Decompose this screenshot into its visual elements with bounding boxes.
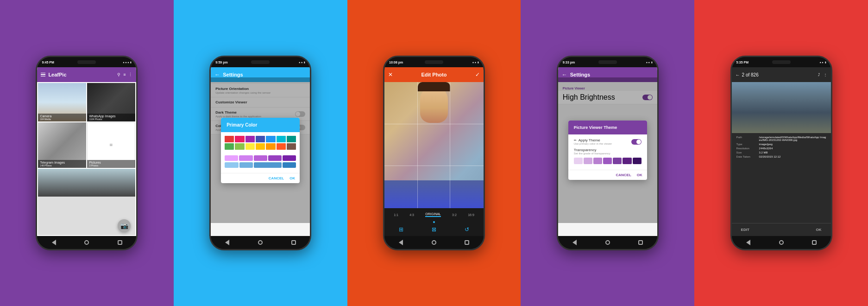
panel-gallery: 9:45 PM ▲▲▲ ▮ LeafPic ⚲ ≡ ⋮ bbox=[0, 0, 174, 306]
swatch-darkest[interactable] bbox=[633, 158, 642, 164]
info-path-row: Path /storage/emulated/0/WhatsApp/Media/… bbox=[736, 136, 826, 141]
menu-icon[interactable] bbox=[41, 73, 45, 77]
recents-button-4[interactable] bbox=[637, 239, 644, 246]
home-button-5[interactable] bbox=[778, 239, 785, 246]
crop-icon[interactable]: ⊞ bbox=[399, 226, 403, 233]
photo-bench-image bbox=[732, 82, 831, 133]
more-icon[interactable]: ⋮ bbox=[128, 72, 132, 77]
color-indigo[interactable] bbox=[256, 136, 265, 142]
color-red[interactable] bbox=[225, 136, 234, 142]
album-camera[interactable]: Camera 164 Media bbox=[38, 83, 86, 121]
rotate-icon[interactable]: ↺ bbox=[465, 226, 469, 233]
ok-button[interactable]: OK bbox=[816, 228, 822, 232]
swatch-base[interactable] bbox=[613, 158, 622, 164]
crop-4-3[interactable]: 4:3 bbox=[409, 213, 414, 217]
photo-face bbox=[420, 86, 448, 123]
color-pink[interactable] bbox=[235, 136, 244, 142]
color-cyan[interactable] bbox=[277, 136, 286, 142]
phone-3: 10:08 pm ▲▲ ▮ ✕ Edit Photo ✓ bbox=[383, 56, 485, 250]
theme-cancel-btn[interactable]: CANCEL bbox=[616, 173, 631, 177]
swatch-7[interactable] bbox=[239, 162, 253, 168]
color-green[interactable] bbox=[225, 143, 234, 150]
color-lime[interactable] bbox=[235, 143, 244, 150]
album-camera-label: Camera 164 Media bbox=[38, 114, 86, 121]
size-label: Size bbox=[736, 151, 757, 154]
swatch-5[interactable] bbox=[283, 155, 296, 161]
dialog-ok-btn[interactable]: OK bbox=[289, 176, 295, 180]
crop-16-9[interactable]: 16:9 bbox=[468, 213, 474, 217]
swatch-8[interactable] bbox=[254, 162, 281, 168]
phone-2-time: 9:59 pm bbox=[215, 61, 227, 64]
color-orange[interactable] bbox=[266, 143, 275, 150]
color-blue[interactable] bbox=[266, 136, 275, 142]
more-icon-5[interactable]: ⋮ bbox=[824, 73, 827, 77]
swatch-mid[interactable] bbox=[603, 158, 612, 164]
swatch-lighter[interactable] bbox=[584, 158, 592, 164]
swatch-light[interactable] bbox=[593, 158, 602, 164]
swatch-1[interactable] bbox=[225, 155, 238, 161]
battery-icon-2: ▮ bbox=[304, 61, 305, 64]
back-button-5[interactable] bbox=[745, 239, 751, 246]
color-teal[interactable] bbox=[287, 136, 296, 142]
recents-button-5[interactable] bbox=[811, 239, 818, 246]
home-button[interactable] bbox=[83, 239, 90, 246]
check-icon[interactable]: ✓ bbox=[475, 71, 480, 78]
info-resolution-row: Resolution 2448x3264 bbox=[736, 147, 826, 150]
swatch-2[interactable] bbox=[239, 155, 252, 161]
album-whatsapp[interactable]: WhatsApp Images 1164 Photos bbox=[87, 83, 135, 121]
theme-dialog-header: Picture Viewer Theme bbox=[568, 121, 647, 134]
filter-icon[interactable]: ≡ bbox=[123, 72, 126, 77]
album-pictures-label: Pictures 3 Photos bbox=[87, 160, 135, 168]
color-brown[interactable] bbox=[287, 143, 296, 150]
recents-button-2[interactable] bbox=[290, 239, 297, 246]
back-icon-2[interactable]: ← bbox=[214, 71, 220, 78]
swatch-6[interactable] bbox=[225, 162, 239, 168]
swatch-4[interactable] bbox=[268, 155, 282, 161]
wifi-icon-5: ▲▲ bbox=[819, 61, 824, 64]
back-button[interactable] bbox=[50, 239, 57, 246]
back-icon-4[interactable]: ← bbox=[562, 71, 567, 78]
album-telegram[interactable]: Telegram Images 148 Photos bbox=[38, 122, 86, 168]
back-icon-5[interactable]: ← bbox=[736, 72, 740, 77]
swatch-9[interactable] bbox=[283, 162, 296, 168]
home-button-2[interactable] bbox=[257, 239, 264, 246]
close-icon[interactable]: ✕ bbox=[388, 71, 393, 78]
recents-button-3[interactable] bbox=[464, 239, 470, 246]
swatch-3[interactable] bbox=[254, 155, 267, 161]
color-row-2 bbox=[225, 162, 296, 168]
color-deep-orange[interactable] bbox=[277, 143, 286, 150]
crop-1-1[interactable]: 1:1 bbox=[394, 213, 398, 217]
perspective-icon[interactable]: ⊠ bbox=[432, 226, 436, 233]
date-value: 02/20/2015 12:12 bbox=[759, 155, 826, 158]
swatch-lightest[interactable] bbox=[574, 158, 583, 164]
info-date-row: Date Taken 02/20/2015 12:12 bbox=[736, 155, 826, 158]
crop-original[interactable]: ORIGINAL bbox=[425, 212, 440, 217]
edit-button[interactable]: EDIT bbox=[741, 228, 749, 232]
dialog-overlay-2: Primary Color bbox=[211, 77, 310, 223]
theme-ok-btn[interactable]: OK bbox=[637, 173, 642, 177]
home-button-4[interactable] bbox=[604, 239, 611, 246]
crop-3-2[interactable]: 3:2 bbox=[452, 213, 457, 217]
panel-settings-color: 9:59 pm ▲▲ ▮ ← Settings Picture Orientat… bbox=[174, 0, 347, 306]
share-icon-5[interactable]: ⤴ bbox=[818, 73, 820, 77]
color-amber[interactable] bbox=[256, 143, 265, 150]
dialog-cancel-btn[interactable]: CANCEL bbox=[269, 176, 284, 180]
color-slider-area bbox=[221, 153, 300, 173]
album-partial-thumb bbox=[38, 169, 135, 197]
back-button-4[interactable] bbox=[571, 239, 578, 246]
home-button-3[interactable] bbox=[431, 239, 437, 246]
search-icon[interactable]: ⚲ bbox=[117, 72, 120, 77]
recents-button[interactable] bbox=[117, 239, 123, 246]
phone-3-status-icons: ▲▲ ▮ bbox=[472, 61, 479, 64]
album-pictures[interactable]: 🖼 Pictures 3 Photos bbox=[87, 122, 135, 168]
color-purple-deep[interactable] bbox=[245, 136, 255, 142]
phone-4: 9:33 pm ▲▲ ▮ ← Settings Picture Viewer H… bbox=[557, 56, 659, 250]
back-button-3[interactable] bbox=[398, 239, 404, 246]
apply-theme-toggle[interactable] bbox=[631, 139, 642, 145]
swatch-dark[interactable] bbox=[623, 158, 631, 164]
battery-icon: ▮ bbox=[130, 61, 132, 64]
back-button-2[interactable] bbox=[224, 239, 231, 246]
size-value: 3.2 MB bbox=[759, 151, 826, 154]
phone-5: 5:35 PM ▲▲ ▮ ← 2 of 826 ⤴ ⋮ Path /storag… bbox=[730, 56, 832, 250]
color-yellow[interactable] bbox=[245, 143, 255, 150]
